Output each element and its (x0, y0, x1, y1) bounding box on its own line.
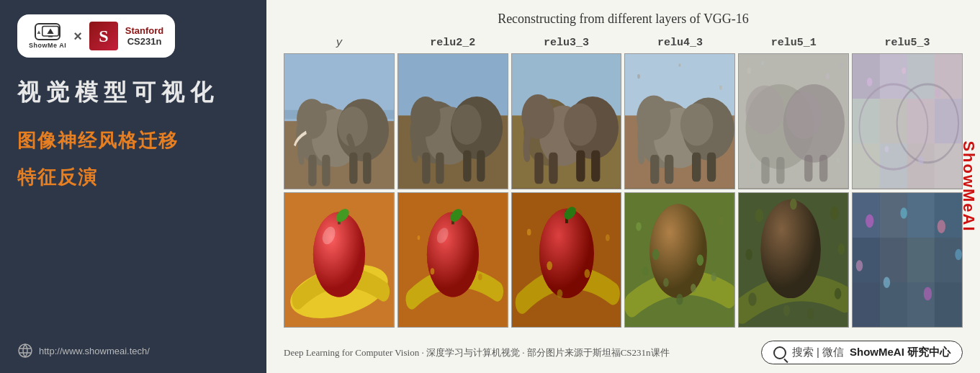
search-brand: ShowMeAI 研究中心 (850, 346, 950, 359)
svg-rect-25 (422, 153, 430, 184)
img-fruits-relu22 (397, 192, 508, 328)
image-row-fruits (284, 192, 963, 328)
column-headers: y relu2_2 relu3_3 relu4_3 relu5_1 relu5_… (284, 37, 963, 49)
stanford-line2: CS231n (125, 36, 163, 47)
svg-point-111 (584, 269, 590, 277)
img-fruits-relu43 (624, 192, 735, 328)
col-header-relu33: relu3_3 (511, 37, 622, 49)
svg-rect-38 (576, 150, 585, 182)
svg-point-61 (826, 73, 830, 79)
svg-rect-144 (853, 238, 880, 282)
svg-point-112 (527, 228, 531, 235)
img-elephant-relu33 (511, 53, 622, 189)
svg-point-131 (790, 198, 796, 210)
svg-point-110 (547, 261, 552, 269)
img-fruits-relu51 (738, 192, 849, 328)
svg-point-64 (837, 158, 840, 163)
svg-point-24 (451, 104, 482, 145)
svg-point-51 (638, 74, 641, 78)
img-fruits-orig (284, 192, 395, 328)
watermark-container: ShowMeAI (957, 0, 980, 373)
svg-rect-39 (591, 150, 600, 182)
showmeai-icon-box (35, 23, 60, 40)
image-row-elephants (284, 53, 963, 189)
svg-point-133 (746, 248, 752, 260)
svg-rect-26 (436, 153, 444, 184)
svg-point-121 (719, 216, 724, 225)
svg-point-156 (924, 287, 932, 300)
svg-rect-37 (549, 153, 557, 184)
showmeai-label: ShowMe AI (29, 42, 66, 49)
svg-point-46 (680, 103, 714, 145)
svg-point-124 (691, 283, 697, 292)
img-fruits-relu53 (852, 192, 963, 328)
image-grid: y relu2_2 relu3_3 relu4_3 relu5_1 relu5_… (284, 37, 963, 328)
sidebar: ShowMe AI × S Stanford CS231n 视觉模型可视化 图像… (0, 0, 266, 373)
svg-point-103 (478, 273, 482, 279)
main-title: 视觉模型可视化 (17, 78, 249, 108)
svg-rect-67 (804, 155, 812, 181)
svg-rect-27 (463, 150, 471, 182)
svg-rect-75 (880, 99, 907, 143)
svg-rect-16 (349, 153, 357, 184)
svg-rect-49 (692, 153, 701, 181)
svg-rect-14 (308, 155, 316, 186)
website-url[interactable]: http://www.showmeai.tech/ (39, 346, 150, 356)
svg-rect-36 (534, 153, 543, 184)
svg-point-104 (417, 235, 420, 240)
img-elephant-relu51 (738, 53, 849, 189)
col-header-relu53: relu5_3 (852, 37, 963, 49)
img-elephant-orig (284, 53, 395, 189)
svg-point-85 (902, 68, 906, 74)
svg-point-87 (885, 145, 889, 152)
watermark-text: ShowMeAI (959, 140, 978, 232)
img-elephant-relu53 (852, 53, 963, 189)
col-header-relu22: relu2_2 (397, 37, 508, 49)
svg-point-136 (835, 288, 841, 300)
svg-rect-80 (907, 143, 935, 188)
svg-rect-17 (363, 153, 371, 184)
svg-rect-142 (907, 193, 935, 238)
svg-point-125 (643, 266, 649, 275)
svg-rect-2 (48, 36, 53, 37)
svg-rect-48 (665, 155, 674, 184)
svg-point-135 (749, 292, 757, 306)
svg-rect-74 (853, 99, 880, 143)
svg-point-155 (884, 277, 890, 288)
showmeai-logo: ShowMe AI (29, 23, 66, 49)
subtitle1: 图像神经风格迁移 (17, 128, 249, 153)
col-header-y: y (284, 37, 395, 49)
svg-rect-140 (853, 193, 880, 238)
svg-rect-70 (853, 54, 880, 99)
svg-point-158 (856, 260, 863, 271)
stanford-line1: Stanford (125, 25, 163, 36)
svg-point-123 (664, 278, 670, 287)
svg-rect-148 (853, 282, 880, 327)
img-fruits-relu33 (511, 192, 622, 328)
svg-rect-76 (907, 99, 935, 143)
svg-rect-145 (880, 238, 907, 282)
search-icon (773, 346, 786, 359)
cross-icon: × (73, 28, 82, 45)
svg-point-137 (783, 305, 790, 316)
col-header-relu43: relu4_3 (624, 37, 735, 49)
search-box[interactable]: 搜索 | 微信 ShowMeAI 研究中心 (761, 341, 963, 364)
svg-marker-1 (48, 28, 54, 34)
svg-point-84 (867, 78, 873, 86)
svg-point-52 (719, 86, 722, 90)
svg-point-138 (807, 308, 814, 320)
svg-rect-79 (880, 143, 907, 188)
svg-point-102 (430, 268, 434, 274)
stanford-logo: S (89, 22, 118, 50)
svg-point-154 (938, 220, 945, 233)
content-area: Reconstructing from different layers of … (266, 0, 980, 373)
svg-point-59 (747, 68, 752, 74)
svg-rect-28 (477, 150, 485, 182)
svg-point-53 (679, 63, 681, 67)
svg-point-132 (830, 206, 838, 220)
svg-point-130 (755, 208, 763, 222)
website-icon (17, 343, 33, 359)
bottom-bar: Deep Learning for Computer Vision · 深度学习… (284, 335, 963, 364)
col-header-relu51: relu5_1 (738, 37, 849, 49)
svg-point-120 (637, 222, 642, 230)
